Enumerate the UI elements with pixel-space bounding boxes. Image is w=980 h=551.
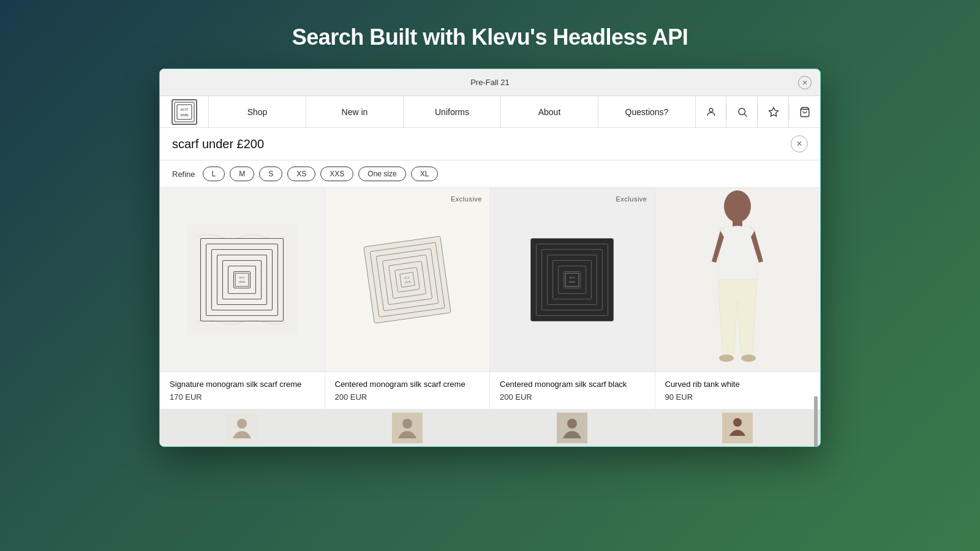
- logo-icon: HOT HMB: [172, 99, 197, 125]
- filter-XL[interactable]: XL: [411, 167, 439, 181]
- product-image-2: Exclusive HOT HMB: [490, 188, 655, 372]
- product-thumb-row-0: [160, 409, 325, 446]
- product-price-0: 170 EUR: [170, 392, 315, 402]
- filter-L[interactable]: L: [203, 167, 225, 181]
- svg-point-49: [724, 190, 751, 222]
- product-name-1: Centered monogram silk scarf creme: [335, 380, 480, 390]
- svg-point-54: [733, 418, 742, 427]
- svg-point-22: [237, 419, 247, 429]
- svg-point-52: [741, 354, 756, 362]
- svg-text:HMB: HMB: [239, 280, 245, 283]
- browser-bar: Pre-Fall 21 ×: [160, 69, 820, 96]
- product-price-2: 200 EUR: [500, 392, 645, 402]
- filter-one-size[interactable]: One size: [358, 167, 405, 181]
- product-thumb-3: [655, 410, 821, 446]
- product-image-1: Exclusive HOT HMB: [325, 188, 490, 372]
- product-info-2: Centered monogram silk scarf black 200 E…: [490, 372, 655, 409]
- scrollbar-track[interactable]: [814, 396, 818, 447]
- svg-rect-1: [175, 102, 194, 122]
- product-thumb-2: [490, 410, 655, 446]
- products-grid: HOT HMB Signature monogram silk scarf cr…: [160, 188, 820, 446]
- product-thumb-row-3: [655, 409, 821, 446]
- product-name-0: Signature monogram silk scarf creme: [170, 380, 315, 390]
- filter-XXS[interactable]: XXS: [320, 167, 353, 181]
- svg-text:HOT: HOT: [570, 276, 575, 279]
- product-card-3[interactable]: Curved rib tank white 90 EUR: [655, 188, 821, 446]
- browser-tab-label: Pre-Fall 21: [470, 78, 510, 87]
- nav-link-new-in[interactable]: New in: [306, 96, 404, 127]
- filter-S[interactable]: S: [259, 167, 282, 181]
- svg-point-6: [739, 108, 745, 115]
- product-price-3: 90 EUR: [665, 392, 811, 402]
- svg-marker-8: [769, 107, 778, 116]
- svg-rect-36: [531, 239, 614, 321]
- product-thumb-1: [325, 410, 490, 446]
- product-card-1[interactable]: Exclusive HOT HMB: [325, 188, 491, 446]
- nav-link-about[interactable]: About: [501, 96, 598, 127]
- nav-link-questions[interactable]: Questions?: [598, 96, 695, 127]
- refine-label: Refine: [172, 170, 195, 179]
- scarf-svg-2: HOT HMB: [517, 225, 627, 335]
- scarf-svg-0: HOT HMB: [187, 225, 297, 335]
- svg-point-5: [709, 108, 713, 112]
- product-price-1: 200 EUR: [335, 392, 480, 402]
- svg-rect-0: [172, 100, 197, 124]
- cart-button[interactable]: [790, 96, 820, 127]
- product-thumb-row-2: [490, 409, 655, 446]
- svg-rect-10: [187, 225, 297, 335]
- filter-XS[interactable]: XS: [287, 167, 315, 181]
- scrollbar-thumb[interactable]: [814, 396, 818, 447]
- svg-text:HMB: HMB: [180, 113, 189, 117]
- product-info-0: Signature monogram silk scarf creme 170 …: [160, 372, 325, 409]
- page-heading: Search Built with Klevu's Headless API: [292, 24, 688, 50]
- svg-rect-53: [722, 413, 753, 443]
- svg-point-34: [402, 419, 412, 429]
- product-thumb-0: [160, 410, 325, 446]
- svg-text:HOT: HOT: [239, 276, 245, 279]
- nav-link-shop[interactable]: Shop: [209, 96, 306, 127]
- svg-text:HMB: HMB: [569, 280, 575, 283]
- account-button[interactable]: [696, 96, 726, 127]
- svg-rect-2: [177, 105, 192, 119]
- svg-rect-24: [364, 236, 451, 323]
- nav-icons: [695, 96, 820, 127]
- nav-link-uniforms[interactable]: Uniforms: [404, 96, 501, 127]
- exclusive-badge-2: Exclusive: [616, 195, 647, 203]
- product-image-3: [655, 188, 821, 372]
- product-thumb-row-1: [325, 409, 490, 446]
- search-button[interactable]: [727, 96, 758, 127]
- nav-logo: HOT HMB: [160, 96, 209, 127]
- product-card-2[interactable]: Exclusive HOT HMB: [490, 188, 655, 446]
- refine-bar: Refine L M S XS XXS One size XL: [160, 160, 820, 188]
- svg-point-47: [567, 419, 577, 429]
- svg-text:HOT: HOT: [180, 108, 188, 111]
- product-info-3: Curved rib tank white 90 EUR: [655, 372, 821, 409]
- person-svg: [676, 188, 799, 372]
- exclusive-badge-1: Exclusive: [451, 195, 482, 203]
- svg-point-51: [719, 354, 734, 362]
- search-bar: ×: [160, 128, 820, 160]
- nav-links: Shop New in Uniforms About Questions?: [209, 96, 695, 127]
- browser-window: Pre-Fall 21 × HOT HMB Shop New in Unifor…: [159, 69, 821, 447]
- wishlist-button[interactable]: [758, 96, 789, 127]
- search-clear-button[interactable]: ×: [791, 135, 808, 152]
- product-card-0[interactable]: HOT HMB Signature monogram silk scarf cr…: [160, 188, 325, 446]
- browser-close-button[interactable]: ×: [798, 76, 812, 89]
- product-info-1: Centered monogram silk scarf creme 200 E…: [325, 372, 490, 409]
- scarf-svg-1: HOT HMB: [352, 225, 462, 335]
- filter-M[interactable]: M: [230, 167, 254, 181]
- product-name-3: Curved rib tank white: [665, 380, 811, 390]
- product-image-0: HOT HMB: [160, 188, 325, 372]
- nav-bar: HOT HMB Shop New in Uniforms About Quest…: [160, 96, 820, 128]
- product-name-2: Centered monogram silk scarf black: [500, 380, 645, 390]
- search-input[interactable]: [172, 137, 791, 151]
- svg-line-7: [744, 114, 747, 116]
